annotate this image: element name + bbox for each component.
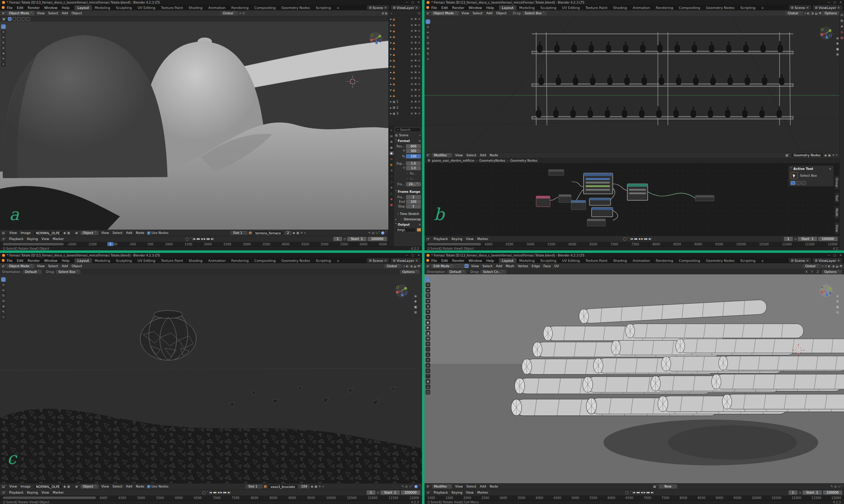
outliner-row[interactable]: ▸ ▲ ◉ ▣ ◈ [389, 40, 422, 46]
window-controls[interactable]: —▢✕ [406, 1, 420, 4]
number-field[interactable]: 1.0 [406, 166, 421, 170]
workspace-tab[interactable]: UV Editing [135, 258, 158, 263]
blender-menu-icon[interactable] [426, 6, 429, 9]
scene-close-icon[interactable]: ✕ [806, 6, 809, 10]
transport-button[interactable]: |◀ [632, 491, 635, 494]
transport-button[interactable]: ◀ [201, 238, 202, 240]
drag-tool-dropdown[interactable]: Select Box˅ [56, 270, 81, 274]
editor-type-icon[interactable]: ⊞˅ [2, 264, 6, 268]
new-nodetree-button[interactable]: New [659, 484, 677, 489]
select-mode-extend-button[interactable] [796, 181, 801, 185]
menu-item[interactable]: Edit [15, 6, 25, 10]
mode-dropdown[interactable]: Edit Mode˅ [431, 264, 455, 268]
frame-start-field[interactable]: Start 1 [798, 237, 817, 241]
workspace-tab[interactable]: Scripting [313, 5, 334, 10]
tool-button[interactable]: ⊥ [426, 352, 430, 357]
viewport-menu[interactable]: Vertex [516, 264, 530, 268]
viewport-3d[interactable]: ▢+↔↻⊡⊕✎⌖ ⊕ ✥ ▣ ⊞ [0, 21, 422, 230]
transform-orientation-dropdown[interactable]: Global˅ [803, 264, 821, 268]
viewport-menu[interactable]: Add [494, 264, 504, 268]
menu-item[interactable]: Help [484, 6, 496, 10]
fake-user-icon[interactable]: ◆ [824, 153, 827, 157]
transport-button[interactable]: |◀ [209, 491, 212, 494]
workspace-tab[interactable]: Texture Paint [158, 258, 186, 263]
tool-button[interactable]: + [426, 25, 430, 29]
camera-view-icon[interactable]: ▣ [836, 305, 839, 309]
viewport-3d[interactable]: ▢+↔↻⊡⊕✎⌖▣◩◪⋈≡∴⊥∩∪⊂⌒◉△□ ⊕ ✥ ▣ ⊞ [425, 274, 844, 483]
viewport-menu[interactable]: Select [471, 11, 485, 15]
pin-icon[interactable]: ⌖ [322, 485, 324, 489]
sidebar-tab[interactable]: Group [834, 175, 839, 190]
frame-start-field[interactable]: Start 1 [802, 490, 821, 495]
workspace-tab[interactable]: Texture Paint [583, 5, 610, 10]
disclosure-icon[interactable]: ▸ [390, 35, 392, 39]
pin-icon[interactable]: ⌖ [304, 231, 306, 235]
toggle-view-icon[interactable]: ⊞ [414, 310, 417, 314]
disclosure-icon[interactable]: ▸ [390, 47, 392, 50]
use-nodes-checkbox[interactable]: ✓ [147, 485, 150, 488]
shader-editor-type-icon[interactable]: ◉˅ [75, 485, 79, 488]
properties-search[interactable]: ⌕Search [395, 127, 421, 132]
minimize-button[interactable]: — [406, 254, 408, 257]
material-tab-icon[interactable]: ◉ [389, 197, 394, 201]
viewport-menu[interactable]: Select [481, 264, 494, 268]
node-canvas[interactable]: ˅Active Tool≡ Select Box GroupToolNodeVi… [425, 163, 844, 236]
material-copy-icon[interactable]: ▣ [296, 231, 300, 235]
slot-dropdown[interactable]: Slot 1˅ [246, 484, 262, 489]
node-menu[interactable]: Add [478, 153, 488, 157]
timeline-ruler[interactable]: 4000450050005500600065007000750080008500… [0, 495, 422, 500]
viewport-menu[interactable]: Add [60, 264, 69, 268]
frame-end-field[interactable]: 100000 [818, 237, 838, 241]
workspace-tab[interactable]: UV Editing [135, 5, 158, 10]
auto-keying-icon[interactable]: ◯ ˅ [202, 491, 208, 494]
parent-up-icon[interactable]: ↰ [830, 485, 833, 488]
node-tree-type-dropdown[interactable]: Modifier˅ [432, 484, 452, 489]
tool-button[interactable]: ✎ [1, 309, 6, 314]
shader-menu[interactable]: Node [134, 485, 146, 488]
modifier-tab-icon[interactable]: ⊰ [389, 168, 394, 172]
viewport-menu[interactable]: Object [494, 11, 508, 15]
workspace-tab[interactable]: Shading [610, 5, 630, 10]
workspace-tab[interactable]: Sculpting [113, 258, 135, 263]
tool-button[interactable]: △ [426, 385, 430, 389]
material-name-field[interactable]: terreno_fornace [253, 231, 283, 235]
tool-button[interactable]: ⊕ [426, 46, 430, 51]
material-unlink-icon[interactable]: ✕ [319, 485, 321, 488]
outliner-row[interactable]: ▸ ▲ ◉ ▣ ◈ [389, 75, 422, 81]
workspace-tab[interactable]: Compositing [252, 258, 279, 263]
disclosure-icon[interactable]: ▸ [390, 53, 392, 56]
shader-menu[interactable]: Select [111, 485, 124, 488]
maximize-button[interactable]: ▢ [834, 1, 836, 4]
title-bar[interactable]: * Fornaci Totale [D:\13_fornaci_disco_c_… [425, 253, 844, 258]
breadcrumb-object[interactable]: piano_vasi_dentro_edificio [432, 159, 474, 162]
disclosure-icon[interactable]: ▸ [390, 29, 392, 33]
number-field[interactable]: 600 [406, 144, 421, 148]
tool-button[interactable]: ⌖ [426, 315, 430, 319]
breadcrumb-modifier[interactable]: GeometryNodes [479, 159, 505, 162]
filter-icon[interactable]: ▽ [418, 12, 420, 15]
timeline-menu[interactable]: View [40, 237, 51, 241]
zoom-icon[interactable]: ⊕ [836, 36, 839, 40]
node-menu[interactable]: Node [488, 153, 500, 157]
timeline-menu[interactable]: Marker [475, 237, 490, 241]
viewport-menu[interactable]: View [35, 11, 46, 15]
tool-button[interactable]: + [1, 30, 6, 34]
frame-start-field[interactable]: Start 1 [347, 237, 366, 241]
viewlayer-selector[interactable]: ViewLayer✕ [813, 5, 842, 10]
blender-menu-icon[interactable] [2, 259, 5, 262]
workspace-tab[interactable]: Compositing [676, 258, 703, 263]
workspace-tab[interactable]: Geometry Nodes [278, 258, 313, 263]
shading-icons[interactable]: ◐ ◑ ◒ ◓ [406, 264, 420, 268]
timeline-type-icon[interactable]: ◔˅ [426, 491, 431, 494]
tool-button[interactable]: ⊡ [1, 299, 6, 303]
parent-up-icon[interactable]: ↰ [401, 485, 404, 488]
tool-button[interactable]: ⌒ [426, 374, 430, 378]
viewer-node-icon[interactable] [414, 485, 418, 488]
workspace-tab[interactable]: UV Editing [559, 258, 583, 263]
visibility-icons[interactable]: ◉ ▣ ◈ [411, 53, 421, 56]
mode-dropdown[interactable]: Object Mode˅ [7, 11, 34, 15]
minimize-button[interactable]: — [828, 1, 830, 4]
node-menu[interactable]: Select [465, 485, 478, 488]
viewlayer-selector[interactable]: ViewLayer✕ [813, 258, 842, 263]
transport-button[interactable]: ◀◀ [196, 238, 199, 240]
